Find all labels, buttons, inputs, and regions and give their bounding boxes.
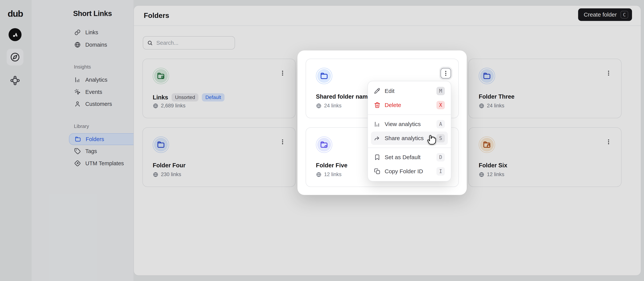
- folder-links-count: 24 links: [316, 103, 342, 109]
- kebab-menu-button-open[interactable]: [440, 68, 451, 79]
- menu-item-edit[interactable]: Edit M: [371, 84, 448, 98]
- share-icon: [374, 135, 380, 142]
- copy-icon: [374, 168, 380, 174]
- bar-chart-icon: [374, 121, 380, 127]
- folder-context-menu: Edit M Delete X View analytics A Share a…: [368, 81, 451, 182]
- menu-divider: [368, 148, 451, 148]
- folder-avatar: [316, 136, 332, 153]
- menu-item-copy-folder-id[interactable]: Copy Folder ID I: [371, 165, 448, 178]
- shortcut-badge: A: [436, 120, 445, 128]
- menu-divider: [368, 114, 451, 115]
- shortcut-badge: X: [436, 101, 445, 109]
- trash-icon: [374, 102, 380, 108]
- folder-dot-icon: [320, 140, 328, 149]
- globe-icon: [316, 172, 322, 178]
- menu-item-delete[interactable]: Delete X: [371, 98, 448, 112]
- shortcut-badge: I: [436, 167, 445, 176]
- menu-item-view-analytics[interactable]: View analytics A: [371, 118, 448, 131]
- shortcut-badge: D: [436, 153, 445, 162]
- hand-cursor-icon: [426, 133, 439, 146]
- shortcut-badge: M: [436, 87, 445, 95]
- folder-name: Shared folder name: [316, 93, 371, 100]
- folder-icon: [320, 72, 328, 80]
- folder-avatar: [316, 68, 332, 84]
- dub-folders-page: { "brand": { "logo_text": "dub" }, "side…: [0, 0, 644, 281]
- menu-item-set-default[interactable]: Set as Default D: [371, 150, 448, 164]
- bookmark-icon: [374, 154, 380, 160]
- folder-links-count: 12 links: [316, 172, 342, 178]
- kebab-dots-icon: [442, 70, 449, 76]
- pencil-icon: [374, 88, 380, 94]
- globe-icon: [316, 103, 322, 109]
- folder-name: Folder Five: [316, 162, 347, 169]
